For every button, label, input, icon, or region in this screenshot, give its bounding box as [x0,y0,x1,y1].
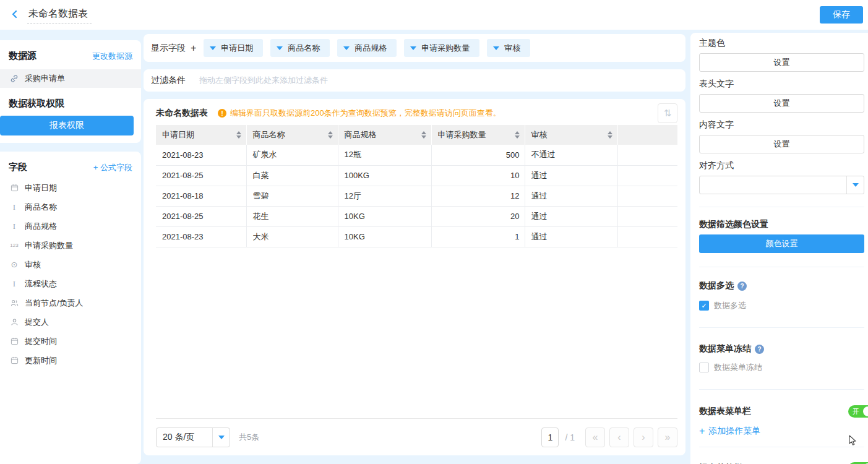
divider [699,327,864,328]
chevron-left-icon: ‹ [617,432,621,442]
align-select[interactable] [699,176,864,194]
checkbox-unchecked-icon[interactable] [699,363,709,372]
plus-icon: + [93,163,98,172]
display-fields-label: 显示字段 [151,43,186,54]
sort-carets-icon[interactable] [515,131,520,139]
field-chip[interactable]: 申请日期 [204,39,263,57]
sort-carets-icon[interactable] [421,131,426,139]
field-chip[interactable]: 申请采购数量 [404,39,479,57]
number-icon: 123 [9,243,20,248]
field-chip[interactable]: 商品规格 [337,39,397,57]
column-header[interactable]: 申请日期 [156,125,246,145]
settings-panel: 主题色 设置 表头文字 设置 内容文字 设置 对齐方式 数据筛选颜色设置 颜色设… [690,33,868,464]
color-set-button[interactable]: 颜色设置 [699,234,864,253]
text-icon: I [9,221,20,231]
person-icon [9,318,20,326]
datasource-title: 数据源 [9,50,37,62]
divider [699,389,864,390]
chevron-left-icon [10,9,20,21]
content-text-label: 内容文字 [699,119,864,131]
content-text-set-button[interactable]: 设置 [699,135,864,153]
field-item[interactable]: 123 申请采购数量 [0,236,141,255]
table-sort-button[interactable]: ⇅ [658,103,677,123]
table-warning: ! 编辑界面只取数据源前200条作为查询数据预览，完整数据请访问页面查看。 [218,108,501,119]
help-icon[interactable]: ? [737,281,747,291]
field-item[interactable]: ⊙ 审核 [0,255,141,274]
save-button[interactable]: 保存 [820,6,863,24]
field-chip[interactable]: 审核 [487,39,530,57]
divider [699,267,864,267]
page-size-value: 20 条/页 [157,432,212,443]
column-header[interactable]: 商品名称 [246,125,338,145]
chevron-down-icon [493,46,499,50]
chevron-down-icon [343,46,350,50]
checkbox-checked-icon[interactable]: ✓ [699,301,709,311]
header-text-set-button[interactable]: 设置 [699,94,864,113]
table-card: 未命名数据表 ! 编辑界面只取数据源前200条作为查询数据预览，完整数据请访问页… [144,99,685,455]
filter-dropzone[interactable]: 拖动左侧字段到此处来添加过滤条件 [199,75,328,86]
fields-card: 字段 + 公式字段 申请日期 I 商品名称 I 商品规格 123 申请采购数量 … [0,152,141,464]
add-display-field-button[interactable]: + [191,43,196,54]
table-warning-text: 编辑界面只取数据源前200条作为查询数据预览，完整数据请访问页面查看。 [230,108,501,119]
people-icon [9,299,20,307]
chevron-down-icon [210,46,216,50]
theme-color-label: 主题色 [699,38,864,49]
radio-icon: ⊙ [9,260,20,269]
chevron-down-icon [410,46,416,50]
field-item[interactable]: I 商品规格 [0,217,141,236]
sort-carets-icon[interactable] [328,131,333,139]
field-item[interactable]: 提交时间 [0,332,141,351]
prev-page-button[interactable]: ‹ [609,427,629,447]
topbar: 未命名数据表 保存 [0,0,868,30]
table-menubar-toggle[interactable]: 开 [848,405,868,418]
link-icon [9,74,20,83]
last-page-button[interactable]: » [658,427,677,447]
field-item[interactable]: 提交人 [0,312,141,332]
calendar-icon [9,184,20,192]
chevron-down-icon [853,183,859,187]
text-icon: I [9,202,20,212]
help-icon[interactable]: ? [755,345,764,354]
field-item[interactable]: I 流程状态 [0,274,141,293]
column-header[interactable]: 商品规格 [338,125,431,145]
field-item[interactable]: I 商品名称 [0,197,141,217]
warning-icon: ! [218,109,226,118]
table-row: 2021-08-18雪碧12厅12通过 [156,186,677,206]
table-row: 2021-08-23大米10KG1通过 [156,226,677,247]
field-chip[interactable]: 商品名称 [270,39,330,57]
table-header-row: 申请日期 商品名称 商品规格 申请采购数量 审核 [156,125,677,145]
next-page-button[interactable]: › [634,427,653,447]
add-action-menu-link[interactable]: + 添加操作菜单 [699,426,864,437]
sort-carets-icon[interactable] [608,131,612,139]
freeze-checkbox-row[interactable]: 数据菜单冻结 [699,362,864,373]
theme-color-set-button[interactable]: 设置 [699,53,864,72]
header-text-label: 表头文字 [699,79,864,90]
back-button[interactable] [7,7,22,22]
fields-title: 字段 [9,161,27,173]
change-datasource-link[interactable]: 更改数据源 [92,51,132,62]
column-header[interactable]: 申请采购数量 [431,125,525,145]
page-title[interactable]: 未命名数据表 [27,6,92,24]
data-table: 申请日期 商品名称 商品规格 申请采购数量 审核 2021-08-23矿泉水12… [156,125,677,247]
page-size-select[interactable]: 20 条/页 [156,427,230,447]
sort-carets-icon[interactable] [236,131,241,139]
formula-field-link[interactable]: + 公式字段 [93,162,132,173]
chevron-down-icon [218,436,225,439]
first-page-button[interactable]: « [585,427,605,447]
datasource-card: 数据源 更改数据源 采购申请单 数据获取权限 报表权限 [0,40,141,143]
multiselect-checkbox-row[interactable]: ✓ 数据多选 [699,300,864,311]
multiselect-title: 数据多选 ? [699,280,864,291]
page-number-input[interactable]: 1 [541,427,559,447]
table-row: 2021-08-23矿泉水12瓶500不通过 [156,145,677,165]
datasource-item[interactable]: 采购申请单 [0,69,141,88]
pagination-bar: 20 条/页 共5条 1 / 1 « ‹ › » [156,418,677,455]
column-header[interactable]: 审核 [525,125,617,145]
field-item[interactable]: 申请日期 [0,178,141,197]
field-item[interactable]: 更新时间 [0,351,141,370]
chevron-right-icon: › [642,432,645,442]
datasource-item-label: 采购申请单 [25,73,65,84]
calendar-icon [9,337,20,345]
field-item[interactable]: 当前节点/负责人 [0,293,141,312]
report-permission-button[interactable]: 报表权限 [0,116,134,135]
table-row: 2021-08-25白菜100KG10通过 [156,165,677,186]
